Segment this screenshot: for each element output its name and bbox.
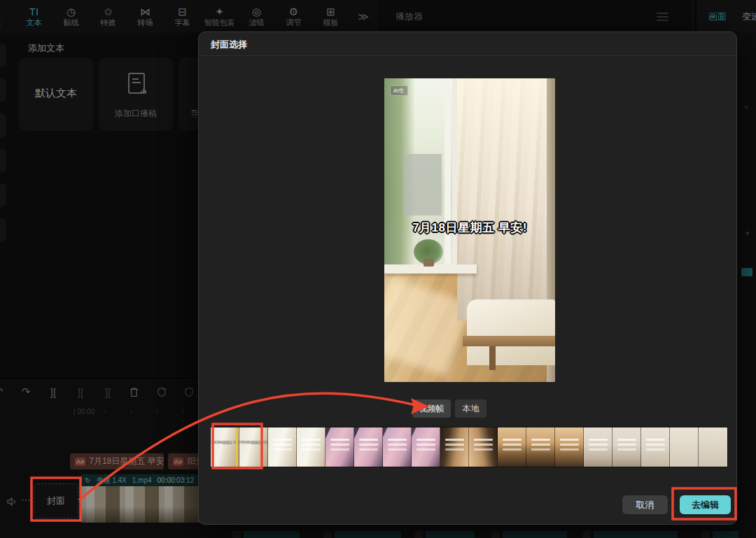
filmstrip-frame[interactable]	[326, 427, 354, 467]
filmstrip-frame[interactable]	[641, 427, 670, 467]
preview-curtain	[457, 78, 550, 320]
filmstrip-frame[interactable]	[612, 427, 641, 467]
preview-building	[404, 154, 442, 215]
filmstrip-frame[interactable]	[498, 427, 526, 467]
divider	[199, 55, 736, 56]
filmstrip-frame[interactable]	[297, 427, 326, 467]
preview-plant-pot	[424, 259, 434, 267]
filmstrip-frame[interactable]	[699, 427, 727, 467]
filmstrip-frame[interactable]	[555, 427, 584, 467]
video-editor-app: ◔ 频 TI 文本 ◷ 贴纸 ✩ 特效 ⋈ 转场 ⊟ 字幕	[0, 0, 756, 538]
filmstrip-frame[interactable]: 7月18日星期五 早安!	[211, 427, 239, 467]
filmstrip-frame[interactable]	[268, 427, 297, 467]
preview-bed	[467, 299, 555, 365]
filmstrip-frame[interactable]	[440, 427, 469, 467]
tab-local[interactable]: 本地	[455, 399, 486, 418]
filmstrip-frame[interactable]	[670, 427, 699, 467]
filmstrip-frame[interactable]: 7月18日星期五 早安!	[239, 427, 268, 467]
filmstrip-frame[interactable]	[383, 427, 412, 467]
preview-window-frame	[452, 78, 457, 271]
preview-window-frame	[444, 78, 451, 271]
filmstrip-frame[interactable]	[526, 427, 555, 467]
cover-select-dialog: 封面选择 7月18日星期五 早安! AI生 视频帧 本地 7月18日星期五	[198, 31, 737, 525]
go-edit-button[interactable]: 去编辑	[680, 495, 731, 514]
ai-watermark: AI生	[390, 85, 408, 96]
preview-bed-rail	[463, 336, 555, 346]
filmstrip-frame[interactable]	[469, 427, 498, 467]
preview-bed-leg	[489, 346, 496, 370]
tab-video-frame[interactable]: 视频帧	[412, 399, 451, 418]
filmstrip-frame[interactable]	[354, 427, 383, 467]
filmstrip-frame[interactable]	[412, 427, 440, 467]
cover-preview-image: 7月18日星期五 早安! AI生	[384, 78, 555, 382]
cancel-button[interactable]: 取消	[622, 495, 668, 514]
frame-filmstrip: 7月18日星期五 早安! 7月18日星期五 早安!	[211, 427, 727, 467]
filmstrip-playhead[interactable]	[236, 427, 238, 467]
dialog-title: 封面选择	[211, 38, 247, 51]
cover-overlay-text: 7月18日星期五 早安!	[384, 220, 555, 236]
filmstrip-frame[interactable]	[584, 427, 612, 467]
